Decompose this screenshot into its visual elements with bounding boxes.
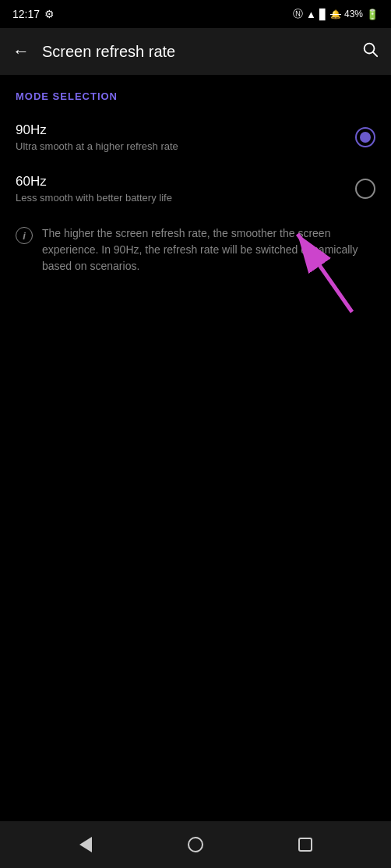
status-bar: 12:17 ⚙ Ⓝ ▲ ▊ 🔔 43% 🔋: [0, 0, 391, 28]
status-right: Ⓝ ▲ ▊ 🔔 43% 🔋: [293, 7, 379, 21]
recents-square-icon: [298, 838, 312, 852]
search-button[interactable]: [361, 41, 379, 62]
search-icon: [361, 41, 379, 58]
radio-90hz-inner: [360, 132, 371, 143]
signal-icon: ▊: [319, 9, 327, 20]
battery-percent: 43%: [344, 9, 363, 19]
option-60hz-text: 60Hz Less smooth with better battery lif…: [16, 174, 355, 204]
battery-icon: 🔋: [366, 9, 379, 20]
page-title: Screen refresh rate: [42, 43, 361, 61]
info-icon: i: [16, 227, 33, 244]
nav-back-button[interactable]: [70, 829, 101, 860]
svg-line-1: [373, 52, 377, 56]
info-section: i The higher the screen refresh rate, th…: [0, 214, 391, 285]
content-area: MODE SELECTION 90Hz Ultra smooth at a hi…: [0, 75, 391, 285]
home-circle-icon: [188, 837, 203, 852]
nav-recents-button[interactable]: [290, 829, 321, 860]
option-90hz-text: 90Hz Ultra smooth at a higher refresh ra…: [16, 122, 355, 152]
wifi-icon: ▲: [306, 9, 316, 20]
option-90hz[interactable]: 90Hz Ultra smooth at a higher refresh ra…: [0, 112, 391, 163]
option-90hz-subtitle: Ultra smooth at a higher refresh rate: [16, 140, 355, 152]
option-60hz[interactable]: 60Hz Less smooth with better battery lif…: [0, 163, 391, 214]
option-60hz-title: 60Hz: [16, 174, 355, 190]
status-left: 12:17 ⚙: [12, 8, 55, 20]
app-bar: ← Screen refresh rate: [0, 28, 391, 75]
status-time: 12:17: [12, 8, 40, 20]
back-button[interactable]: ←: [12, 41, 30, 62]
radio-90hz[interactable]: [355, 127, 375, 147]
settings-icon: ⚙: [44, 8, 55, 20]
mode-selection-header: MODE SELECTION: [0, 90, 391, 112]
mute-icon: 🔔: [330, 9, 341, 19]
option-60hz-subtitle: Less smooth with better battery life: [16, 192, 355, 204]
info-text: The higher the screen refresh rate, the …: [42, 225, 375, 275]
radio-60hz[interactable]: [355, 179, 375, 199]
nav-bar: [0, 821, 391, 868]
nfc-icon: Ⓝ: [293, 7, 303, 21]
back-triangle-icon: [79, 837, 92, 852]
option-90hz-title: 90Hz: [16, 122, 355, 138]
nav-home-button[interactable]: [180, 829, 211, 860]
